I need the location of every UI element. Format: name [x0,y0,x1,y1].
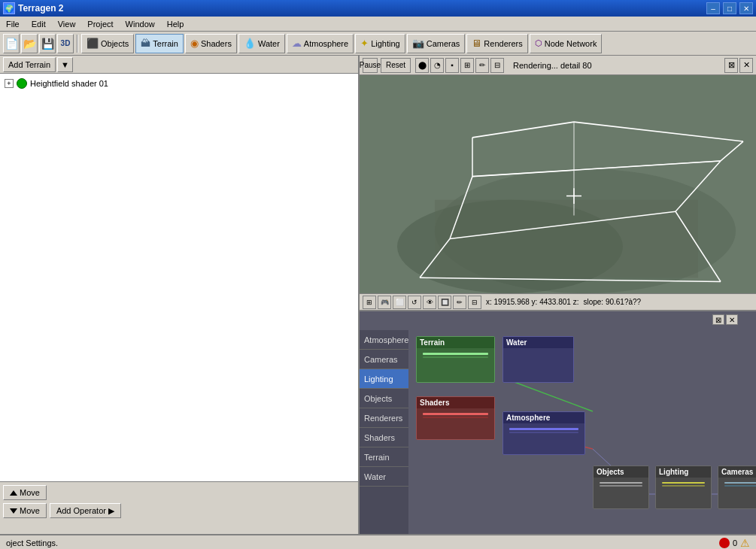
menu-file[interactable]: File [3,18,23,30]
status-btn-8[interactable]: ⊟ [468,296,481,309]
app-title: Terragen 2 [18,3,703,14]
sidebar-lighting[interactable]: Lighting [360,369,408,389]
tree-expand-icon[interactable]: + [5,79,14,88]
heightfield-node-icon [17,78,27,89]
terrain-3d-view [360,75,756,293]
node-panel-expand[interactable]: ⊠ [712,314,724,325]
toolbar-cameras-button[interactable]: 📷 Cameras [407,34,466,53]
reset-button[interactable]: Reset [381,58,411,73]
toolbar-new[interactable]: 📄 [3,34,20,53]
sidebar-cameras[interactable]: Cameras [360,350,408,369]
objects-node-body [594,478,648,493]
water-node-body [503,348,573,363]
status-indicator-dot [719,538,730,548]
add-terrain-dropdown[interactable]: ▼ [57,57,73,72]
shape-grid-button[interactable]: ⊞ [460,58,474,73]
add-operator-arrow: ▶ [108,506,114,516]
lighting-node-label: Lighting [656,466,711,478]
status-btn-3[interactable]: ⬜ [393,296,406,309]
move-down-button[interactable]: Move [3,503,47,518]
water-node-label: Water [503,337,573,348]
terrain-label: Terrain [153,39,178,48]
viewport-close-button[interactable]: ✕ [739,58,753,73]
status-btn-2[interactable]: 🎮 [378,296,391,309]
sidebar-water[interactable]: Water [360,467,408,487]
close-button[interactable]: ✕ [739,2,753,14]
main-area: Add Terrain ▼ + Heightfield shader 01 Mo… [0,56,756,534]
maximize-button[interactable]: □ [723,2,736,14]
shaders-node-label: Shaders [417,397,494,408]
node-canvas[interactable]: Terrain Water Shaders [408,330,756,534]
toolbar-extra1[interactable]: 3D [57,34,74,53]
shape-arc-button[interactable]: ◔ [430,58,444,73]
menu-project[interactable]: Project [84,18,116,30]
right-panel: Pause Reset ⬤ ◔ ▪ ⊞ ✏ ⊟ Rendering... det… [360,56,756,534]
coordinates-text: x: 19915.968 y: 4433.801 z: [486,298,578,306]
add-terrain-button[interactable]: Add Terrain [3,57,56,72]
shape-rect-button[interactable]: ▪ [445,58,459,73]
status-btn-1[interactable]: ⊞ [363,296,376,309]
status-btn-6[interactable]: 🔲 [438,296,451,309]
objects-node[interactable]: Objects [593,466,649,509]
cameras-node[interactable]: Cameras [718,466,756,509]
rendering-status: Rendering... detail 80 [513,61,592,70]
toolbar-shaders-button[interactable]: ◉ Shaders [185,34,237,53]
shaders-icon: ◉ [190,38,199,49]
renderers-label: Renderers [484,39,522,48]
lighting-node[interactable]: Lighting [655,466,712,509]
lighting-node-body [656,478,711,493]
menu-help[interactable]: Help [164,18,187,30]
shaders-node-body [417,408,494,423]
status-indicators: 0 ⚠ [719,537,750,549]
shape-circle-button[interactable]: ⬤ [415,58,429,73]
menu-window[interactable]: Window [123,18,158,30]
main-toolbar: 📄 📂 💾 3D ⬛ Objects 🏔 Terrain ◉ Shaders 💧… [0,32,756,56]
menu-view[interactable]: View [55,18,79,30]
shape-extra-button[interactable]: ⊟ [490,58,504,73]
down-triangle-icon [10,508,17,514]
water-node[interactable]: Water [502,336,574,383]
toolbar-objects-button[interactable]: ⬛ Objects [81,34,134,53]
water-icon: 💧 [244,38,256,49]
toolbar-atmosphere-button[interactable]: ☁ Atmosphere [287,34,354,53]
menu-edit[interactable]: Edit [29,18,49,30]
add-operator-button[interactable]: Add Operator ▶ [50,503,121,518]
pause-button[interactable]: Pause [363,58,378,73]
status-btn-4[interactable]: ↺ [408,296,421,309]
water-label: Water [258,39,280,48]
move-area: Move Move Add Operator ▶ [0,481,358,534]
status-btn-7[interactable]: ✏ [453,296,466,309]
toolbar-water-button[interactable]: 💧 Water [238,34,285,53]
terrain-node-label: Terrain [417,337,494,348]
toolbar-terrain-button[interactable]: 🏔 Terrain [135,34,184,53]
sidebar-terrain[interactable]: Terrain [360,447,408,467]
toolbar-open[interactable]: 📂 [21,34,38,53]
shape-pen-button[interactable]: ✏ [475,58,489,73]
terrain-tree: + Heightfield shader 01 [0,74,358,481]
sidebar-objects[interactable]: Objects [360,389,408,408]
move-up-button[interactable]: Move [3,485,47,500]
viewport-expand-button[interactable]: ⊠ [724,58,738,73]
left-panel: Add Terrain ▼ + Heightfield shader 01 Mo… [0,56,360,534]
tree-item-heightfield[interactable]: + Heightfield shader 01 [3,77,355,90]
terrain-node[interactable]: Terrain [416,336,495,383]
minimize-button[interactable]: – [706,2,720,14]
node-panel-close[interactable]: ✕ [726,314,738,325]
toolbar-nodenetwork-button[interactable]: ⬡ Node Network [530,34,603,53]
status-btn-5[interactable]: 👁 [423,296,436,309]
move-up-row: Move [3,485,355,500]
lighting-label: Lighting [371,39,400,48]
toolbar-lighting-button[interactable]: ✦ Lighting [355,34,405,53]
shaders-node[interactable]: Shaders [416,396,495,440]
viewport-status-bar: ⊞ 🎮 ⬜ ↺ 👁 🔲 ✏ ⊟ x: 19915.968 y: 4433.801… [360,293,756,310]
toolbar-save[interactable]: 💾 [39,34,56,53]
viewport-toolbar: Pause Reset ⬤ ◔ ▪ ⊞ ✏ ⊟ Rendering... det… [360,56,756,75]
sidebar-renderers[interactable]: Renderers [360,408,408,428]
sidebar-shaders[interactable]: Shaders [360,428,408,447]
3d-viewport[interactable]: ⟳ [360,75,756,293]
atmosphere-node[interactable]: Atmosphere [502,411,585,455]
toolbar-separator-1 [77,35,78,53]
toolbar-renderers-button[interactable]: 🖥 Renderers [466,34,527,53]
atmosphere-label: Atmosphere [304,39,348,48]
sidebar-atmosphere[interactable]: Atmosphere [360,330,408,350]
